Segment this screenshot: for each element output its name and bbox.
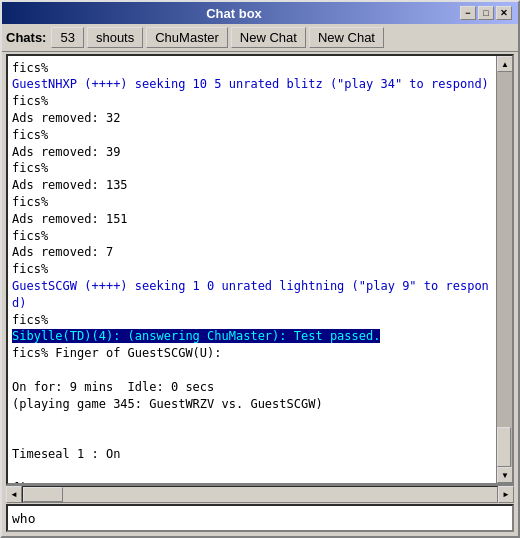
title-bar-buttons: − □ ✕ (460, 6, 512, 20)
vertical-scrollbar: ▲ ▼ (496, 56, 512, 483)
chat-line: fics% (12, 93, 492, 110)
chat-line: fics% (12, 480, 492, 483)
chat-line: Ads removed: 151 (12, 211, 492, 228)
chat-line: Sibylle(TD)(4): (answering ChuMaster): T… (12, 328, 492, 345)
minimize-button[interactable]: − (460, 6, 476, 20)
chat-line: fics% (12, 160, 492, 177)
scroll-down-button[interactable]: ▼ (497, 467, 513, 483)
chat-line (12, 412, 492, 429)
chat-line: Ads removed: 32 (12, 110, 492, 127)
chat-line: Ads removed: 39 (12, 144, 492, 161)
chat-input[interactable] (6, 504, 514, 532)
chat-line: fics% (12, 60, 492, 77)
tab-newchat2[interactable]: New Chat (309, 27, 384, 48)
scroll-up-button[interactable]: ▲ (497, 56, 513, 72)
chats-label: Chats: (6, 30, 46, 45)
chat-line: Ads removed: 7 (12, 244, 492, 261)
chat-line: GuestNHXP (++++) seeking 10 5 unrated bl… (12, 76, 492, 93)
tab-newchat1[interactable]: New Chat (231, 27, 306, 48)
chat-line: GuestSCGW (++++) seeking 1 0 unrated lig… (12, 278, 492, 312)
scroll-thumb[interactable] (497, 427, 511, 467)
maximize-button[interactable]: □ (478, 6, 494, 20)
horizontal-scrollbar: ◄ ► (6, 485, 514, 502)
chat-line: fics% (12, 312, 492, 329)
chat-highlighted: Sibylle(TD)(4): (answering ChuMaster): T… (12, 329, 380, 343)
toolbar: Chats: 53 shouts ChuMaster New Chat New … (2, 24, 518, 52)
chat-line (12, 463, 492, 480)
chat-log[interactable]: fics%GuestNHXP (++++) seeking 10 5 unrat… (8, 56, 496, 483)
chat-line: fics% (12, 194, 492, 211)
chat-line: fics% (12, 261, 492, 278)
chat-line: fics% (12, 228, 492, 245)
scroll-left-button[interactable]: ◄ (6, 486, 22, 503)
scroll-right-button[interactable]: ► (498, 486, 514, 503)
tab-shouts[interactable]: shouts (87, 27, 143, 48)
title-bar: Chat box − □ ✕ (2, 2, 518, 24)
chat-line (12, 362, 492, 379)
chat-line (12, 429, 492, 446)
chat-line: (playing game 345: GuestWRZV vs. GuestSC… (12, 396, 492, 413)
input-area (6, 504, 514, 532)
chat-line: fics% Finger of GuestSCGW(U): (12, 345, 492, 362)
main-content: fics%GuestNHXP (++++) seeking 10 5 unrat… (2, 52, 518, 536)
chat-link[interactable]: GuestNHXP (++++) seeking 10 5 unrated bl… (12, 77, 489, 91)
chat-window: Chat box − □ ✕ Chats: 53 shouts ChuMaste… (0, 0, 520, 538)
tab-53[interactable]: 53 (51, 27, 83, 48)
scroll-track[interactable] (497, 72, 512, 467)
tab-chumaster[interactable]: ChuMaster (146, 27, 228, 48)
chat-line: Timeseal 1 : On (12, 446, 492, 463)
close-button[interactable]: ✕ (496, 6, 512, 20)
chat-line: Ads removed: 135 (12, 177, 492, 194)
chat-line: fics% (12, 127, 492, 144)
chat-wrapper: fics%GuestNHXP (++++) seeking 10 5 unrat… (6, 54, 514, 485)
h-scroll-track[interactable] (22, 486, 498, 503)
window-title: Chat box (8, 6, 460, 21)
chat-link[interactable]: GuestSCGW (++++) seeking 1 0 unrated lig… (12, 279, 489, 310)
h-scroll-thumb[interactable] (23, 487, 63, 502)
chat-line: On for: 9 mins Idle: 0 secs (12, 379, 492, 396)
